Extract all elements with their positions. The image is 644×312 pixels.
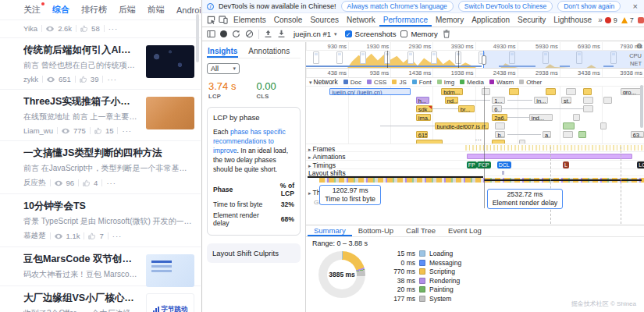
feed-article[interactable]: 10分钟学会TS 背景 TypeScript 是由 Microsoft(微软) … <box>0 194 201 247</box>
network-request-bar[interactable] <box>583 88 592 95</box>
tab-console[interactable]: Console <box>270 13 307 27</box>
timings-track[interactable]: ▸Timings FP FCP DCL L LCP <box>306 161 644 169</box>
inspect-element-icon[interactable] <box>205 15 217 26</box>
profile-select[interactable]: juejin.cn #1 ▾ <box>290 29 340 39</box>
tab-performance[interactable]: Performance <box>379 13 432 27</box>
network-request-bar[interactable]: h... <box>416 97 429 104</box>
network-request-bar[interactable]: 6... <box>492 105 502 112</box>
tab-security[interactable]: Security <box>514 13 550 27</box>
more-tabs-icon[interactable]: » <box>596 16 605 24</box>
tab-bottom-up[interactable]: Bottom-Up <box>352 225 400 236</box>
network-request-bar[interactable]: ind... <box>529 114 553 121</box>
feed-article-partial[interactable]: Yika 2.6k 58 ··· <box>0 20 201 38</box>
insights-filter-select[interactable]: All ▾ <box>207 63 240 74</box>
article-author[interactable]: Liam_wu <box>23 126 53 135</box>
dont-show-again-button[interactable]: Don't show again <box>557 1 621 12</box>
network-request-bar[interactable] <box>583 97 593 104</box>
toggle-sidebar-icon[interactable] <box>207 30 215 38</box>
article-author[interactable]: Yika <box>23 24 37 33</box>
article-author[interactable]: zykk <box>23 75 38 83</box>
network-request-bar[interactable]: nd... <box>445 97 458 104</box>
device-toolbar-icon[interactable] <box>217 15 229 26</box>
article-title[interactable]: 10分钟学会TS <box>23 200 193 213</box>
garbage-collect-icon[interactable] <box>443 30 450 38</box>
network-request-bar[interactable]: st... <box>561 97 571 104</box>
layout-shifts-track[interactable]: Layout shifts <box>306 169 644 176</box>
feed-article[interactable]: 豆包MarsCode 双节创意征文 码农大神看过来！豆包 Marscode 双节… <box>0 247 201 286</box>
dcl-marker[interactable]: DCL <box>497 161 511 168</box>
tab-annotations[interactable]: Annotations <box>247 45 290 58</box>
tab-application[interactable]: Application <box>468 13 514 27</box>
tab-summary[interactable]: Summary <box>308 225 352 236</box>
fcp-marker[interactable]: FCP <box>477 161 491 168</box>
main-thread-track[interactable] <box>306 176 644 184</box>
tab-lighthouse[interactable]: Lighthouse <box>550 13 596 27</box>
expand-arrow-icon[interactable]: ▸ <box>308 190 311 196</box>
load-marker[interactable]: L <box>563 161 569 168</box>
more-icon[interactable]: ··· <box>122 126 132 135</box>
more-icon[interactable]: ··· <box>109 24 119 33</box>
network-request-bar[interactable]: gro... <box>621 88 641 95</box>
network-request-bar[interactable] <box>583 105 593 112</box>
network-request-bar[interactable]: bdm... <box>441 88 463 95</box>
memory-checkbox[interactable]: Memory <box>400 30 437 38</box>
screenshot-thumbnail[interactable] <box>431 51 437 64</box>
article-title[interactable]: 大厂边缘组VS小厂核心组，要怎么选? <box>23 292 140 305</box>
tab-elements[interactable]: Elements <box>229 13 270 27</box>
animations-track[interactable]: ▸Animations <box>306 152 644 161</box>
feed-tab-backend[interactable]: 后端 <box>119 4 136 16</box>
network-request-bar[interactable] <box>600 122 607 129</box>
tab-insights[interactable]: Insights <box>207 45 238 58</box>
tab-network[interactable]: Network <box>343 13 379 27</box>
expand-arrow-icon[interactable]: ▸ <box>308 147 311 152</box>
cls-metric[interactable]: 0.00 CLS <box>256 80 276 100</box>
screenshot-thumbnail[interactable] <box>313 51 319 64</box>
screenshot-thumbnail[interactable] <box>407 51 414 64</box>
warnings-icon[interactable] <box>621 17 628 23</box>
tab-call-tree[interactable]: Call Tree <box>400 225 442 236</box>
network-track-header[interactable]: ▾Network Doc CSS JS Font Img Media Wasm … <box>306 78 644 87</box>
infobar-close-icon[interactable]: × <box>632 2 639 11</box>
load-profile-icon[interactable] <box>264 30 272 38</box>
network-request-bar[interactable]: 1... <box>492 97 505 104</box>
network-request-bar[interactable] <box>578 131 587 138</box>
track-resize-handle[interactable]: ⋯ <box>475 136 482 144</box>
more-icon[interactable]: ··· <box>107 75 117 83</box>
network-request-bar[interactable] <box>603 97 612 104</box>
minimap-overview[interactable]: CPU NET <box>306 51 644 69</box>
screenshots-checkbox[interactable]: ✓ Screenshots <box>345 30 397 38</box>
switch-to-chinese-button[interactable]: Switch DevTools to Chinese <box>458 1 553 12</box>
network-request-bar[interactable] <box>546 88 556 95</box>
animation-bar[interactable] <box>467 154 632 159</box>
more-icon[interactable]: ··· <box>112 232 123 240</box>
like-icon[interactable] <box>94 127 101 134</box>
screenshot-thumbnail[interactable] <box>336 51 343 64</box>
lcp-metric[interactable]: 3.74 s LCP <box>208 80 236 100</box>
feed-article[interactable]: ThreeJS实现推箱子小游戏【二】 在线预览地址 前言 上一章主要介绍了怎么创… <box>0 90 201 141</box>
feed-tab-android[interactable]: Android <box>176 5 201 15</box>
network-request-bar[interactable]: ima... <box>416 114 431 121</box>
layout-shift-event[interactable] <box>502 171 504 175</box>
expand-arrow-icon[interactable]: ▸ <box>308 154 311 160</box>
article-title[interactable]: 一文搞懂JS类型判断的四种方法 <box>23 147 193 160</box>
network-request-bar[interactable] <box>509 88 519 95</box>
collapse-arrow-icon[interactable]: ▾ <box>309 80 312 85</box>
feed-tab-comprehensive[interactable]: 综合 <box>52 4 69 16</box>
errors-icon[interactable] <box>605 17 611 23</box>
feed-tab-ranking[interactable]: 排行榜 <box>81 4 107 16</box>
feed-scrollbar[interactable] <box>196 14 199 62</box>
feed-article[interactable]: 一文搞懂JS类型判断的四种方法 前言 在JavaScript中，类型判断是一个非… <box>0 141 201 194</box>
network-waterfall[interactable]: juejin.cn/ (juejin.cn) bdm... gro... h..… <box>306 87 644 144</box>
save-profile-icon[interactable] <box>277 30 286 38</box>
like-icon[interactable] <box>80 25 87 32</box>
article-title[interactable]: 传统前后端如何引入AI成为AI全栈项目？ ... <box>23 44 140 57</box>
reload-and-record-icon[interactable] <box>232 30 240 38</box>
timeline-settings-gear-icon[interactable]: ⚙ <box>636 42 642 50</box>
feed-tab-frontend[interactable]: 前端 <box>148 4 165 16</box>
like-icon[interactable] <box>80 76 87 83</box>
article-title[interactable]: 豆包MarsCode 双节创意征文 <box>23 253 140 266</box>
like-icon[interactable] <box>83 179 90 186</box>
minimap-unselected-region[interactable] <box>483 51 644 68</box>
tab-memory[interactable]: Memory <box>432 13 468 27</box>
network-request-bar[interactable]: 63... <box>631 131 644 138</box>
